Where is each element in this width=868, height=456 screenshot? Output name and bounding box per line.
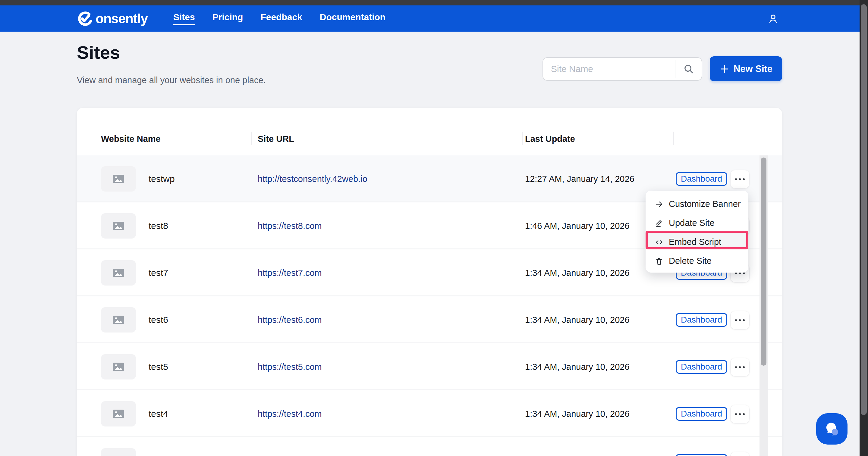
chat-bubbles-icon [823,420,841,438]
row-actions-menu: Customize Banner Update Site Embed Scrip… [646,191,748,272]
site-name: test5 [149,362,168,372]
column-header-website-name: Website Name [101,134,161,144]
table-row: test6 https://test6.com 1:34 AM, January… [77,296,782,344]
site-thumbnail [101,354,136,380]
site-thumbnail [101,448,136,456]
logo-wordmark: onsently [96,11,148,26]
dashboard-button[interactable]: Dashboard [676,360,727,374]
dashboard-button[interactable]: Dashboard [676,172,727,186]
menu-item-label: Update Site [669,218,715,228]
table-row: test4 https://test4.com 1:34 AM, January… [77,390,782,437]
row-menu-button[interactable] [730,358,749,377]
image-placeholder-icon [113,315,124,324]
window-scrollbar[interactable] [860,0,868,456]
menu-item-customize-banner[interactable]: Customize Banner [646,195,748,214]
nav-item-pricing[interactable]: Pricing [213,12,243,25]
site-url-link[interactable]: https://test4.com [258,409,322,419]
image-placeholder-icon [113,221,124,230]
dashboard-button[interactable]: Dashboard [676,454,727,456]
window-scrollbar-thumb[interactable] [861,4,867,415]
last-update: 12:27 AM, January 14, 2026 [525,174,634,184]
row-menu-button[interactable] [730,311,749,329]
divider [673,132,674,145]
site-url-link[interactable]: https://test6.com [258,315,322,325]
navbar: onsently SitesPricingFeedbackDocumentati… [0,5,860,32]
site-search [542,57,702,81]
app-window: onsently SitesPricingFeedbackDocumentati… [0,0,868,456]
menu-item-embed-script[interactable]: Embed Script [646,232,748,252]
primary-nav: SitesPricingFeedbackDocumentation [173,5,385,32]
nav-item-documentation[interactable]: Documentation [320,12,385,25]
window-top-edge [0,0,868,5]
last-update: 1:34 AM, January 10, 2026 [525,362,629,372]
image-placeholder-icon [113,409,124,418]
column-header-last-update: Last Update [525,134,575,144]
site-url-link[interactable]: https://test5.com [258,362,322,372]
site-name: test7 [149,268,168,278]
row-menu-button[interactable] [730,405,749,423]
menu-item-label: Delete Site [669,256,712,266]
nav-item-feedback[interactable]: Feedback [260,12,302,25]
last-update: 1:34 AM, January 10, 2026 [525,409,629,419]
image-placeholder-icon [113,174,124,184]
menu-item-update-site[interactable]: Update Site [646,214,748,232]
site-thumbnail [101,307,136,332]
search-input[interactable] [543,58,681,80]
image-placeholder-icon [113,268,124,278]
chat-widget-button[interactable] [816,413,847,445]
code-icon [655,238,664,247]
site-thumbnail [101,260,136,286]
last-update: 1:34 AM, January 10, 2026 [525,315,629,325]
search-icon [683,63,694,75]
table-header: Website Name Site URL Last Update [77,108,782,155]
last-update: 1:46 AM, January 10, 2026 [525,221,629,231]
dashboard-button[interactable]: Dashboard [676,407,727,421]
page-title: Sites [77,42,120,63]
site-url-link[interactable]: http://testconsently.42web.io [258,174,367,184]
site-url-link[interactable]: https://test8.com [258,221,322,231]
table-row: Dashboard [77,437,782,456]
site-thumbnail [101,401,136,426]
menu-item-label: Embed Script [669,237,721,247]
site-name: test6 [149,315,168,325]
table-scrollbar[interactable] [760,155,768,456]
trash-icon [655,257,664,266]
table-row: test5 https://test5.com 1:34 AM, January… [77,344,782,390]
last-update: 1:34 AM, January 10, 2026 [525,268,629,278]
site-name: test4 [149,409,168,419]
menu-items: Customize Banner Update Site Embed Scrip… [646,195,748,270]
site-thumbnail [101,213,136,238]
row-menu-button[interactable] [730,452,749,456]
site-thumbnail [101,166,136,192]
divider [522,132,523,145]
user-menu-button[interactable] [766,11,780,26]
divider [251,132,252,145]
new-site-button[interactable]: New Site [710,56,782,81]
logo-check-icon [77,10,94,27]
table-scrollbar-thumb[interactable] [761,158,767,366]
site-url-link[interactable]: https://test7.com [258,268,322,278]
user-icon [768,12,778,25]
image-placeholder-icon [113,362,124,371]
arrow-right-icon [655,200,664,209]
row-menu-button[interactable] [730,170,749,189]
nav-item-sites[interactable]: Sites [173,12,195,25]
dashboard-button[interactable]: Dashboard [676,313,727,327]
menu-item-delete-site[interactable]: Delete Site [646,252,748,270]
site-name: test8 [149,221,168,231]
menu-item-label: Customize Banner [669,199,741,209]
sites-table-card: Website Name Site URL Last Update testwp… [77,108,782,456]
plus-icon [719,64,730,74]
brand-logo[interactable]: onsently [77,5,148,32]
page-subtitle: View and manage all your websites in one… [77,75,266,85]
site-name: testwp [149,174,175,184]
column-header-site-url: Site URL [258,134,294,144]
edit-icon [655,219,664,228]
new-site-label: New Site [734,64,772,74]
search-button[interactable] [675,58,702,80]
